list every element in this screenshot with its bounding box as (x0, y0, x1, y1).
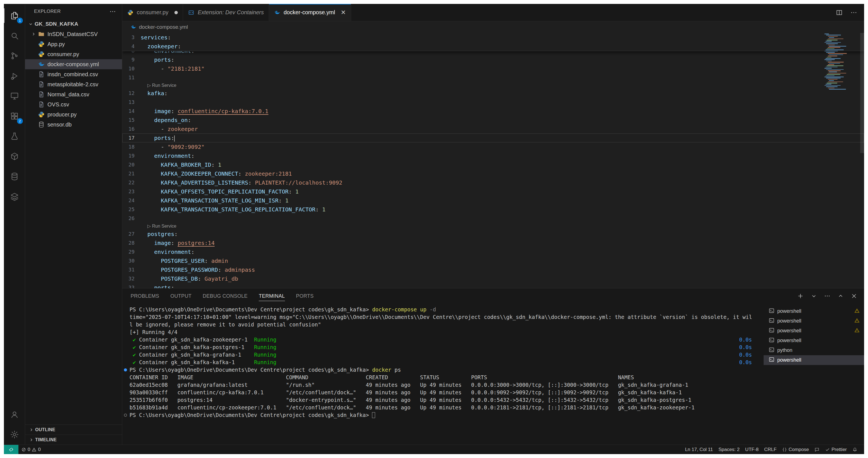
file-item-insdn_combined.csv[interactable]: insdn_combined.csv (25, 69, 122, 79)
terminal-cursor (372, 412, 375, 418)
code-line-3: 3services: (122, 33, 864, 42)
activity-search-button[interactable] (4, 26, 25, 46)
codelens-run-service[interactable]: ▷ Run Service (122, 82, 864, 89)
panel-more-actions-icon[interactable] (824, 293, 831, 299)
new-terminal-icon[interactable] (797, 293, 804, 299)
vscode-window: 1 2 (4, 4, 864, 454)
status-label: UTF-8 (745, 447, 758, 452)
terminal-session-powershell[interactable]: powershell (764, 316, 864, 326)
status-cursor-position[interactable]: Ln 17, Col 11 (682, 445, 716, 454)
code-line-31: 31 POSTGRES_PASSWORD: adminpass (122, 265, 864, 274)
elapsed-time: 0.0s (739, 336, 752, 343)
file-label: consumer.py (48, 51, 79, 58)
status-bar: 0 0 Ln 17, Col 11Spaces: 2UTF-8CRLFCompo… (4, 445, 864, 454)
terminal-session-powershell[interactable]: powershell (764, 355, 864, 365)
activity-run-debug-button[interactable] (4, 66, 25, 86)
close-panel-icon[interactable] (851, 293, 858, 299)
editor-more-actions-icon[interactable] (850, 9, 858, 16)
file-item-docker-compose.yml[interactable]: docker-compose.yml (25, 59, 122, 69)
code-text: KAFKA_TRANSACTION_STATE_LOG_MIN_ISR: 1 (141, 196, 288, 205)
terminal-icon (769, 308, 775, 315)
terminal-session-powershell[interactable]: powershell (764, 306, 864, 316)
terminal-session-python[interactable]: python (764, 345, 864, 355)
terminal-dropdown-icon[interactable] (810, 293, 817, 299)
close-icon[interactable]: ✕ (341, 9, 346, 16)
panel-tab-debug-console[interactable]: DEBUG CONSOLE (203, 288, 248, 304)
status-notifications[interactable] (849, 445, 860, 454)
file-item-metasploitable-2.csv[interactable]: metasploitable-2.csv (25, 79, 122, 89)
source-control-icon (10, 51, 19, 60)
terminal-session-powershell[interactable]: powershell (764, 326, 864, 336)
status-language-mode[interactable]: Compose (779, 445, 812, 454)
code-editor[interactable]: 8 environment:9 ports:10 - "2181:2181"11… (122, 33, 864, 288)
code-line-12: 12 kafka: (122, 89, 864, 98)
file-item-app.py[interactable]: App.py (25, 39, 122, 49)
warning-icon (854, 318, 860, 324)
activity-database-button[interactable] (4, 167, 25, 187)
terminal-line: PS C:\Users\oyagb\OneDrive\Documents\Dev… (129, 366, 764, 374)
line-number: 10 (122, 64, 141, 73)
terminal[interactable]: PS C:\Users\oyagb\OneDrive\Documents\Dev… (122, 304, 764, 445)
breadcrumb[interactable]: docker-compose.yml (122, 21, 864, 33)
activity-source-control-button[interactable] (4, 46, 25, 66)
terminal-line: ✔ Container gk_sdn_kafka-postgres-1 Runn… (129, 343, 764, 351)
activity-testing-button[interactable] (4, 126, 25, 146)
terminal-icon (769, 327, 775, 335)
file-item-ovs.csv[interactable]: OVS.csv (25, 99, 122, 110)
line-number: 9 (122, 55, 141, 64)
file-item-sensor.db[interactable]: sensor.db (25, 119, 122, 130)
activity-layers-button[interactable] (4, 187, 25, 207)
line-number: 24 (122, 196, 141, 205)
outline-section[interactable]: OUTLINE (25, 425, 122, 434)
layers-icon (10, 192, 19, 201)
codelens-run-service[interactable]: ▷ Run Service (122, 223, 864, 230)
editor-tab-consumer-py[interactable]: consumer.py (122, 4, 183, 21)
timeline-section[interactable]: TIMELINE (25, 434, 122, 445)
account-button[interactable] (4, 404, 25, 425)
code-line-16: 16 - zookeeper (122, 124, 864, 134)
account-icon (10, 410, 19, 419)
panel-tab-output[interactable]: OUTPUT (170, 288, 191, 304)
warning-icon (854, 308, 860, 315)
status-indentation[interactable]: Spaces: 2 (716, 445, 742, 454)
terminal-line: [+] Running 4/4 (129, 328, 764, 336)
panel-tab-terminal[interactable]: TERMINAL (259, 288, 285, 304)
maximize-panel-icon[interactable] (837, 293, 844, 299)
activity-containers-button[interactable] (4, 146, 25, 167)
line-number: 4 (122, 42, 141, 51)
code-line-33: 33 ports: (122, 283, 864, 288)
modified-dot (175, 11, 178, 14)
editor-scrollbar[interactable] (860, 33, 864, 153)
settings-button[interactable] (4, 425, 25, 445)
folder-item-insdn_datasetcsv[interactable]: InSDN_DatasetCSV (25, 29, 122, 39)
status-feedback[interactable] (812, 445, 822, 454)
minimap[interactable] (824, 33, 858, 93)
remote-indicator[interactable] (4, 445, 19, 454)
command-pending-decoration[interactable] (124, 413, 127, 417)
panel-tab-ports[interactable]: PORTS (296, 288, 314, 304)
explorer-more-actions-icon[interactable]: ⋯ (110, 8, 116, 15)
file-icon (38, 71, 45, 78)
split-editor-icon[interactable] (836, 9, 843, 16)
panel-tab-problems[interactable]: PROBLEMS (131, 288, 159, 304)
file-item-consumer.py[interactable]: consumer.py (25, 49, 122, 59)
command-success-decoration[interactable] (124, 368, 127, 371)
line-number: 13 (122, 98, 141, 107)
status-eol[interactable]: CRLF (762, 445, 779, 454)
activity-remote-explorer-button[interactable] (4, 86, 25, 106)
code-text: postgres: (141, 230, 178, 238)
code-text: image: confluentinc/cp-kafka:7.0.1 (141, 107, 269, 116)
check-icon (825, 447, 830, 452)
problems-status[interactable]: 0 0 (19, 445, 43, 454)
editor-tab-extension-dev-containers[interactable]: Extension: Dev Containers (183, 4, 269, 21)
terminal-session-powershell[interactable]: powershell (764, 336, 864, 345)
activity-extensions-button[interactable]: 2 (4, 106, 25, 126)
editor-tab-docker-compose-yml[interactable]: docker-compose.yml✕ (269, 4, 351, 21)
project-root-folder[interactable]: GK_SDN_KAFKA (25, 19, 122, 29)
file-item-normal_data.csv[interactable]: Normal_data.csv (25, 89, 122, 99)
file-item-producer.py[interactable]: producer.py (25, 110, 122, 119)
status-encoding[interactable]: UTF-8 (742, 445, 762, 454)
activity-explorer-button[interactable]: 1 (4, 6, 25, 26)
code-text: kafka: (141, 89, 167, 98)
status-formatter[interactable]: Prettier (822, 445, 849, 454)
